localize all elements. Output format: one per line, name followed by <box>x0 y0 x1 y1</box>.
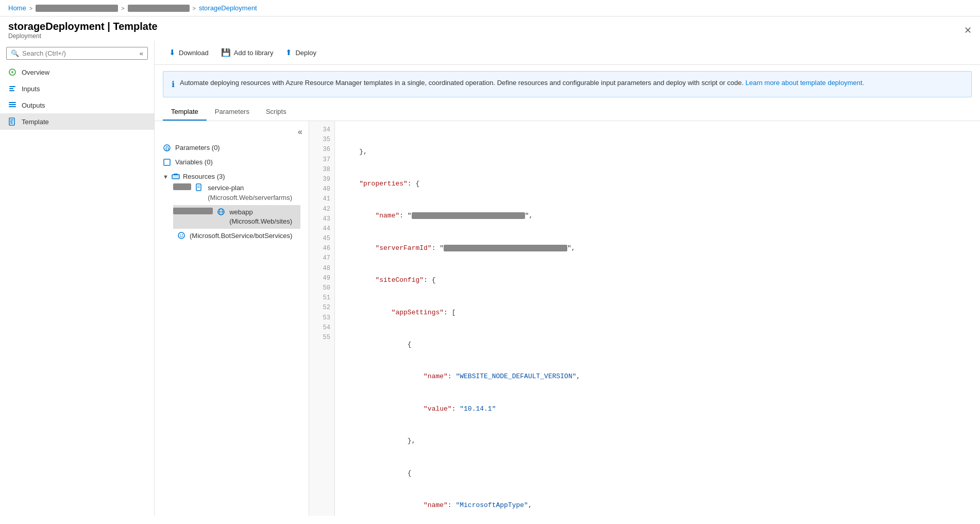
sidebar-item-template-label: Template <box>22 118 49 126</box>
info-banner: ℹ Automate deploying resources with Azur… <box>163 71 972 97</box>
line-num-55: 55 <box>309 333 334 343</box>
tree-resources-group: ▼ Resources (3) service- <box>155 170 309 246</box>
search-icon: 🔍 <box>11 49 19 57</box>
code-panel: 34 35 36 37 38 39 40 41 42 43 44 45 46 4… <box>309 121 980 516</box>
code-line-43: }, <box>343 436 972 447</box>
outputs-icon <box>8 101 16 109</box>
svg-rect-5 <box>9 102 16 103</box>
info-text: Automate deploying resources with Azure … <box>180 78 864 88</box>
bot-icon <box>177 231 185 240</box>
save-icon: 💾 <box>221 48 231 57</box>
line-num-51: 51 <box>309 293 334 303</box>
add-library-label: Add to library <box>234 49 274 57</box>
breadcrumb-current[interactable]: storageDeployment <box>199 4 257 12</box>
add-to-library-button[interactable]: 💾 Add to library <box>215 45 280 60</box>
svg-point-1 <box>11 71 13 73</box>
line-numbers: 34 35 36 37 38 39 40 41 42 43 44 45 46 4… <box>309 121 335 516</box>
svg-rect-2 <box>9 86 15 87</box>
search-box[interactable]: 🔍 « <box>6 47 148 60</box>
sidebar-item-outputs[interactable]: Outputs <box>0 97 154 113</box>
svg-rect-11 <box>10 123 13 124</box>
code-line-36: "name": "", <box>343 211 972 222</box>
tab-parameters[interactable]: Parameters <box>207 104 258 121</box>
tab-template[interactable]: Template <box>163 104 207 121</box>
svg-rect-14 <box>164 159 170 165</box>
svg-rect-3 <box>9 88 13 89</box>
download-button[interactable]: ⬇ Download <box>163 45 215 60</box>
svg-rect-6 <box>9 104 16 105</box>
line-num-38: 38 <box>309 165 334 175</box>
content-area: ⬇ Download 💾 Add to library ⬆ Deploy ℹ A… <box>155 41 980 516</box>
deploy-label: Deploy <box>295 49 316 57</box>
info-link[interactable]: Learn more about template deployment. <box>746 79 865 87</box>
svg-rect-7 <box>9 106 16 107</box>
toolbar: ⬇ Download 💾 Add to library ⬆ Deploy <box>155 41 980 65</box>
deploy-button[interactable]: ⬆ Deploy <box>279 45 322 60</box>
line-num-52: 52 <box>309 303 334 313</box>
line-num-44: 44 <box>309 224 334 234</box>
template-content: « {} Parameters (0) Variables (0) <box>155 121 980 516</box>
svg-point-25 <box>182 234 183 235</box>
tree-collapse-icon[interactable]: « <box>298 127 302 137</box>
code-line-37: "serverFarmId": "", <box>343 243 972 254</box>
overview-icon <box>8 68 16 76</box>
deploy-icon: ⬆ <box>285 48 292 57</box>
sidebar-item-inputs[interactable]: Inputs <box>0 80 154 97</box>
sidebar-item-overview-label: Overview <box>22 69 49 76</box>
code-line-40: { <box>343 340 972 350</box>
breadcrumb-home[interactable]: Home <box>8 4 26 12</box>
sidebar-item-overview[interactable]: Overview <box>0 64 154 80</box>
sidebar-item-template[interactable]: Template <box>0 113 154 130</box>
line-num-43: 43 <box>309 214 334 224</box>
breadcrumb: Home > > > storageDeployment <box>0 0 980 16</box>
variables-icon <box>163 158 171 166</box>
line-num-39: 39 <box>309 175 334 184</box>
download-icon: ⬇ <box>169 48 176 57</box>
svg-rect-16 <box>174 174 178 175</box>
tree-panel: « {} Parameters (0) Variables (0) <box>155 121 309 516</box>
code-line-45: "name": "MicrosoftAppType", <box>343 500 972 511</box>
tree-parameters[interactable]: {} Parameters (0) <box>155 141 309 155</box>
line-num-37: 37 <box>309 155 334 165</box>
tab-bar: Template Parameters Scripts <box>155 104 980 121</box>
breadcrumb-sep3: > <box>193 5 196 11</box>
code-line-34: }, <box>343 147 972 158</box>
svg-point-24 <box>180 234 181 235</box>
tree-resource-botservice[interactable]: (Microsoft.BotService/botServices) <box>173 229 300 243</box>
line-num-46: 46 <box>309 244 334 253</box>
tree-resource-service-plan[interactable]: service-plan(Microsoft.Web/serverfarms) <box>173 181 300 205</box>
line-num-54: 54 <box>309 323 334 333</box>
line-num-40: 40 <box>309 184 334 194</box>
code-line-39: "appSettings": [ <box>343 308 972 318</box>
sidebar-item-outputs-label: Outputs <box>22 102 45 109</box>
line-num-42: 42 <box>309 205 334 214</box>
tree-resources-label: Resources (3) <box>183 173 225 180</box>
tree-resource-webapp[interactable]: webapp (Microsoft.Web/sites) <box>173 205 300 229</box>
page-title: storageDeployment | Template <box>8 21 158 32</box>
collapse-sidebar-icon[interactable]: « <box>140 49 143 57</box>
svg-rect-15 <box>172 175 179 179</box>
resources-icon <box>172 173 180 181</box>
breadcrumb-crumb2 <box>36 5 118 12</box>
parameters-icon: {} <box>163 144 171 152</box>
line-num-45: 45 <box>309 234 334 244</box>
resources-expand-icon: ▼ <box>163 174 168 180</box>
tree-service-plan-label: service-plan(Microsoft.Web/serverfarms) <box>208 183 292 202</box>
svg-rect-4 <box>9 90 14 91</box>
svg-rect-9 <box>10 120 13 121</box>
tree-variables[interactable]: Variables (0) <box>155 155 309 170</box>
svg-rect-10 <box>10 121 12 122</box>
close-button[interactable]: ✕ <box>964 26 972 35</box>
line-num-49: 49 <box>309 274 334 283</box>
line-num-36: 36 <box>309 145 334 155</box>
page-header: storageDeployment | Template Deployment … <box>0 16 980 41</box>
search-input[interactable] <box>22 49 140 57</box>
page-title-area: storageDeployment | Template Deployment <box>8 21 158 40</box>
code-line-44: { <box>343 468 972 479</box>
tree-resources-header[interactable]: ▼ Resources (3) <box>163 172 300 181</box>
code-line-38: "siteConfig": { <box>343 275 972 286</box>
line-num-41: 41 <box>309 194 334 204</box>
svg-point-23 <box>178 232 184 239</box>
tab-scripts[interactable]: Scripts <box>258 104 295 121</box>
sidebar-item-inputs-label: Inputs <box>22 85 40 93</box>
